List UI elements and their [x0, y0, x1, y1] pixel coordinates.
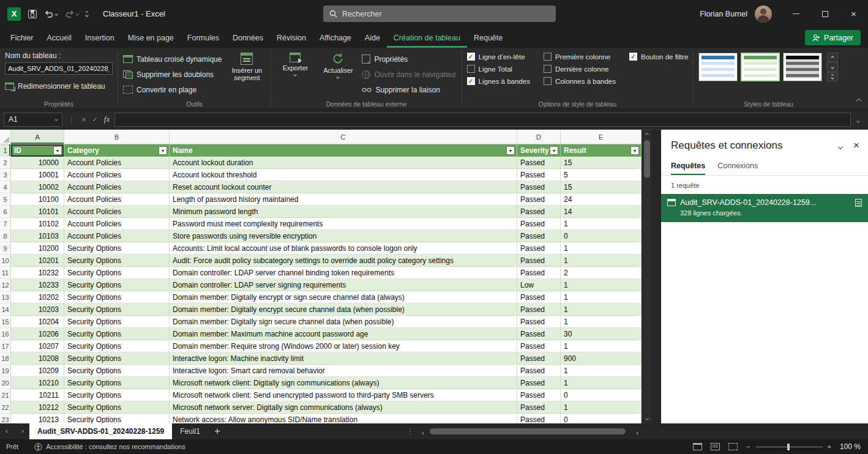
cell[interactable]: 2	[561, 267, 642, 279]
cell[interactable]: Passed	[517, 414, 561, 423]
query-list-item[interactable]: Audit_SRV-ADDS-01_20240228-1259... 328 l…	[661, 194, 868, 222]
column-header-C[interactable]: C	[170, 130, 517, 144]
name-box[interactable]: A1	[4, 113, 62, 127]
gallery-more-button[interactable]	[827, 72, 838, 81]
row-header-18[interactable]: 18	[0, 352, 11, 365]
horizontal-scroll-thumb[interactable]	[430, 428, 626, 434]
cell[interactable]: Passed	[517, 401, 561, 414]
cell[interactable]: Passed	[517, 193, 561, 206]
checkbox-unchecked-icon[interactable]	[467, 65, 475, 73]
row-header-22[interactable]: 22	[0, 401, 11, 414]
cell[interactable]: Microsoft network client: Send unencrypt…	[170, 389, 517, 401]
checkbox-ligne-total[interactable]: Ligne Total	[467, 65, 530, 73]
normal-view-button[interactable]	[693, 443, 702, 450]
minimize-button[interactable]	[782, 0, 810, 28]
formula-input[interactable]	[114, 113, 851, 127]
cell[interactable]: 1	[561, 377, 642, 389]
cell[interactable]: Password must meet complexity requiremen…	[170, 218, 517, 230]
checkbox-bouton-de-filtre[interactable]: ✓Bouton de filtre	[629, 53, 688, 61]
row-header-7[interactable]: 7	[0, 218, 11, 230]
insert-slicer-button[interactable]: Insérer un segment	[228, 51, 266, 98]
cell[interactable]: Security Options	[64, 401, 170, 414]
cell[interactable]: Security Options	[64, 303, 170, 316]
row-header-14[interactable]: 14	[0, 303, 11, 316]
cell[interactable]: 1	[561, 279, 642, 291]
gallery-scroll-up-button[interactable]	[827, 53, 838, 62]
cell[interactable]: Reset account lockout counter	[170, 181, 517, 193]
query-peek-icon[interactable]	[855, 199, 862, 207]
redo-button[interactable]	[65, 10, 78, 18]
refresh-button[interactable]: Actualiser	[319, 51, 357, 98]
table-header-cell-result[interactable]: Result▼	[561, 144, 642, 157]
cell[interactable]: Account lockout threshold	[170, 169, 517, 181]
cell[interactable]: 10203	[11, 303, 64, 316]
pivot-table-button[interactable]: Tableau croisé dynamique	[123, 51, 222, 67]
checkbox-premiere-colonne[interactable]: Première colonne	[544, 53, 616, 61]
checkbox-colonnes-a-bandes[interactable]: Colonnes à bandes	[544, 77, 616, 85]
cell[interactable]: Passed	[517, 169, 561, 181]
checkbox-unchecked-icon[interactable]	[544, 77, 552, 85]
cell[interactable]: 5	[561, 169, 642, 181]
cell[interactable]: Accounts: Limit local account use of bla…	[170, 242, 517, 255]
name-box-dropdown-icon[interactable]	[54, 117, 58, 121]
convert-to-range-button[interactable]: Convertir en plage	[123, 82, 222, 97]
table-header-cell-severity[interactable]: Severity▼	[517, 144, 561, 157]
row-header-23[interactable]: 23	[0, 414, 11, 423]
user-name[interactable]: Florian Burnel	[700, 10, 747, 18]
cell[interactable]: Security Options	[64, 242, 170, 255]
gallery-scroll-down-button[interactable]	[827, 62, 838, 72]
search-box[interactable]	[323, 6, 556, 22]
table-header-cell-category[interactable]: Category▼	[64, 144, 170, 157]
page-layout-view-button[interactable]	[711, 443, 720, 450]
tab-queries[interactable]: Requêtes	[671, 162, 705, 175]
cell[interactable]: Passed	[517, 255, 561, 267]
cell[interactable]: 10206	[11, 328, 64, 340]
share-button[interactable]: Partager	[805, 30, 861, 45]
ribbon-tab-requete[interactable]: Requête	[467, 29, 509, 48]
avatar[interactable]	[755, 6, 772, 23]
cell[interactable]: 10200	[11, 242, 64, 255]
cell[interactable]: Passed	[517, 303, 561, 316]
cell[interactable]: Passed	[517, 206, 561, 218]
horizontal-scrollbar[interactable]	[428, 423, 632, 439]
zoom-slider[interactable]	[755, 447, 823, 447]
unlink-button[interactable]: Supprimer la liaison	[362, 82, 456, 97]
cell[interactable]: Security Options	[64, 316, 170, 328]
table-header-cell-id[interactable]: ID▼	[11, 144, 64, 157]
page-break-view-button[interactable]	[728, 443, 738, 450]
table-properties-button[interactable]: Propriétés	[362, 51, 456, 67]
hscroll-left-icon[interactable]	[419, 426, 428, 437]
cell[interactable]: Passed	[517, 316, 561, 328]
row-header-3[interactable]: 3	[0, 169, 11, 181]
cell[interactable]: Passed	[517, 291, 561, 303]
cell[interactable]: Account lockout duration	[170, 157, 517, 169]
cell[interactable]: Microsoft network server: Digitally sign…	[170, 401, 517, 414]
cell[interactable]: 10210	[11, 377, 64, 389]
checkbox-ligne-d-en-tete[interactable]: ✓Ligne d’en-tête	[467, 53, 530, 61]
cell[interactable]: 1	[561, 316, 642, 328]
zoom-out-icon[interactable]: −	[746, 443, 750, 450]
cell[interactable]: 10232	[11, 267, 64, 279]
vertical-scrollbar[interactable]	[643, 130, 651, 423]
column-header-A[interactable]: A	[11, 130, 64, 144]
cell[interactable]: Security Options	[64, 365, 170, 377]
cell[interactable]: 10202	[11, 291, 64, 303]
tab-connections[interactable]: Connexions	[717, 162, 758, 175]
pane-options-chevron-icon[interactable]	[839, 140, 842, 151]
cell[interactable]: Security Options	[64, 389, 170, 401]
cell[interactable]: 1	[561, 340, 642, 352]
cell[interactable]: Security Options	[64, 414, 170, 423]
cell[interactable]: 900	[561, 352, 642, 365]
cell[interactable]: Security Options	[64, 340, 170, 352]
table-name-input[interactable]	[5, 62, 113, 75]
cell[interactable]: 0	[561, 414, 642, 423]
cell[interactable]: Passed	[517, 328, 561, 340]
filter-button-severity[interactable]: ▼	[550, 146, 558, 155]
expand-formula-bar-icon[interactable]	[857, 114, 859, 125]
filter-button-result[interactable]: ▼	[630, 146, 639, 155]
row-header-5[interactable]: 5	[0, 193, 11, 206]
cell[interactable]: 10201	[11, 255, 64, 267]
cell[interactable]: 10101	[11, 206, 64, 218]
tab-splitter-icon[interactable]: ⋮	[402, 427, 419, 436]
cell[interactable]: 10102	[11, 218, 64, 230]
